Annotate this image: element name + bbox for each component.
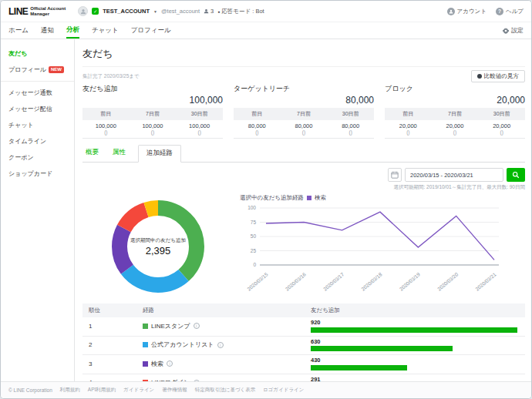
stat-title: ターゲットリーチ	[234, 84, 374, 94]
svg-text:75: 75	[251, 220, 257, 225]
account-id: @test_account	[161, 8, 200, 15]
stat-table-values: 80,000() 80,000() 80,000()	[234, 120, 374, 139]
line-chart-title: 選択中の友だち追加経路 検索	[240, 194, 525, 202]
copyright: © LINE Corporation	[8, 387, 52, 393]
donut-svg	[109, 197, 207, 296]
sidebar-item-timeline[interactable]: タイムライン	[1, 133, 74, 149]
route-bar	[311, 346, 453, 351]
route-color-swatch	[143, 361, 148, 367]
info-icon[interactable]: i	[167, 360, 173, 367]
calendar-button[interactable]	[388, 168, 402, 182]
nav-analytics[interactable]: 分析	[66, 22, 79, 39]
sidebar-item-profile[interactable]: プロフィール NEW	[1, 62, 74, 78]
settings-link[interactable]: 設定	[503, 22, 524, 39]
brand-subtext: Official Account Manager	[30, 6, 66, 16]
legend-label: 検索	[315, 194, 326, 202]
compare-values-button[interactable]: 比較値の見方	[471, 70, 525, 82]
help-icon: ?	[496, 8, 503, 15]
date-range-input[interactable]	[405, 168, 503, 182]
stat-title: ブロック	[385, 84, 525, 94]
route-value: 920	[311, 320, 517, 326]
table-row: 3 検索 i 430	[82, 355, 525, 374]
nav-home[interactable]: ホーム	[8, 22, 29, 39]
footer-link-guidelines[interactable]: ガイドライン	[123, 387, 154, 394]
sidebar-item-shop-card[interactable]: ショップカード	[1, 166, 74, 182]
account-icon	[447, 8, 455, 15]
svg-text:50: 50	[251, 233, 257, 239]
stat-total: 20,000	[385, 95, 525, 106]
new-badge: NEW	[49, 66, 64, 73]
main-content: 友だち 集計完了 2020/03/25まで 比較値の見方 友だち追加 100,0…	[75, 39, 531, 381]
app-window: LINE Official Account Manager ✓ TEST_ACC…	[0, 0, 532, 399]
main-nav: ホーム 通知 分析 チャット プロフィール 設定	[1, 22, 531, 39]
svg-text:2020/03/15: 2020/03/15	[246, 271, 269, 292]
route-label: 検索	[151, 360, 163, 368]
info-icon[interactable]: i	[194, 323, 200, 329]
stat-table-header: 前日 7日前 30日前	[385, 108, 525, 120]
stat-table-header: 前日 7日前 30日前	[82, 108, 223, 120]
route-value: 630	[311, 339, 517, 345]
account-name: TEST_ACCOUNT	[103, 8, 150, 15]
nav-profile[interactable]: プロフィール	[131, 22, 171, 39]
footer-link-copyright-info[interactable]: 著作権情報	[162, 387, 187, 394]
line-logo: LINE Official Account Manager	[8, 6, 66, 17]
route-color-swatch	[143, 324, 148, 329]
sidebar-item-message-delivery[interactable]: メッセージ配信	[1, 101, 74, 117]
help-link[interactable]: ? ヘルプ	[496, 8, 524, 15]
tab-add-route[interactable]: 追加経路	[138, 145, 181, 163]
search-icon	[512, 171, 520, 179]
person-icon	[204, 8, 209, 14]
stat-card-target-reach: ターゲットリーチ 80,000 前日 7日前 30日前 80,000() 80,…	[234, 84, 374, 139]
tab-attributes[interactable]: 属性	[111, 145, 127, 162]
footer-link-commerce-law[interactable]: 特定商取引法に基づく表示	[195, 387, 255, 394]
svg-text:100: 100	[247, 205, 256, 210]
rank-cell: 1	[89, 323, 143, 330]
footer: © LINE Corporation 利用規約 API利用規約 ガイドライン 著…	[1, 381, 531, 398]
route-label: LINEスタンプ	[151, 322, 190, 330]
page-title: 友だち	[82, 45, 525, 67]
person-icon	[80, 8, 86, 15]
legend-swatch	[307, 196, 311, 200]
aggregation-note: 集計完了 2020/03/25まで	[82, 73, 140, 80]
stat-table-values: 100,000() 100,000() 100,000()	[82, 120, 223, 139]
svg-text:2020/03/16: 2020/03/16	[285, 271, 308, 292]
tab-panel: 選択可能期間: 2019/10/01～集計完了日、最大日数: 90日間 選択期間…	[82, 163, 525, 381]
route-table: 順位 経路 友だち追加 1 LINEスタンプ i 920	[82, 303, 525, 381]
table-row: 2 公式アカウントリスト i 630	[82, 337, 525, 356]
verified-badge-icon: ✓	[92, 8, 99, 15]
rank-cell: 2	[89, 341, 143, 348]
footer-link-api-terms[interactable]: API利用規約	[88, 387, 116, 394]
search-button[interactable]	[507, 168, 525, 182]
account-switcher[interactable]: ✓ TEST_ACCOUNT ▼ @test_account 3 ● 応答モード…	[78, 6, 264, 16]
footer-link-logo-guidelines[interactable]: ロゴガイドライン	[263, 387, 304, 394]
table-row: 4 LINEログイン i 291	[82, 374, 525, 382]
top-bar: LINE Official Account Manager ✓ TEST_ACC…	[1, 1, 531, 22]
line-chart: 選択中の友だち追加経路 検索 02550751002020/03/152020/…	[234, 193, 525, 299]
info-icon[interactable]: i	[217, 342, 224, 348]
date-picker-row	[82, 168, 525, 182]
svg-text:2020/03/20: 2020/03/20	[436, 271, 460, 292]
stat-cards: 友だち追加 100,000 前日 7日前 30日前 100,000() 100,…	[82, 84, 525, 139]
route-label: 公式アカウントリスト	[151, 340, 214, 349]
route-table-header: 順位 経路 友だち追加	[82, 303, 525, 317]
sidebar: 友だち プロフィール NEW メッセージ通数 メッセージ配信 チャット タイムラ…	[1, 39, 75, 381]
route-bar	[311, 365, 407, 370]
table-row: 1 LINEスタンプ i 920	[82, 317, 525, 337]
chevron-down-icon: ▼	[153, 9, 157, 14]
svg-text:2020/03/17: 2020/03/17	[322, 271, 345, 292]
nav-chat[interactable]: チャット	[92, 22, 119, 39]
line-svg: 02550751002020/03/152020/03/162020/03/17…	[237, 202, 505, 296]
stat-total: 100,000	[82, 95, 223, 106]
sidebar-item-friends[interactable]: 友だち	[1, 45, 74, 62]
footer-link-terms[interactable]: 利用規約	[60, 387, 80, 394]
account-link[interactable]: アカウント	[447, 8, 487, 15]
date-range-note: 選択可能期間: 2019/10/01～集計完了日、最大日数: 90日間	[82, 184, 525, 191]
sidebar-item-coupon[interactable]: クーポン	[1, 149, 74, 166]
friend-count: 3	[204, 8, 214, 15]
avatar	[78, 6, 88, 16]
sidebar-item-chat[interactable]: チャット	[1, 117, 74, 133]
tab-overview[interactable]: 概要	[84, 145, 100, 162]
sidebar-item-message-count[interactable]: メッセージ通数	[1, 85, 74, 101]
stat-table-header: 前日 7日前 30日前	[234, 108, 374, 120]
nav-notifications[interactable]: 通知	[41, 22, 54, 39]
